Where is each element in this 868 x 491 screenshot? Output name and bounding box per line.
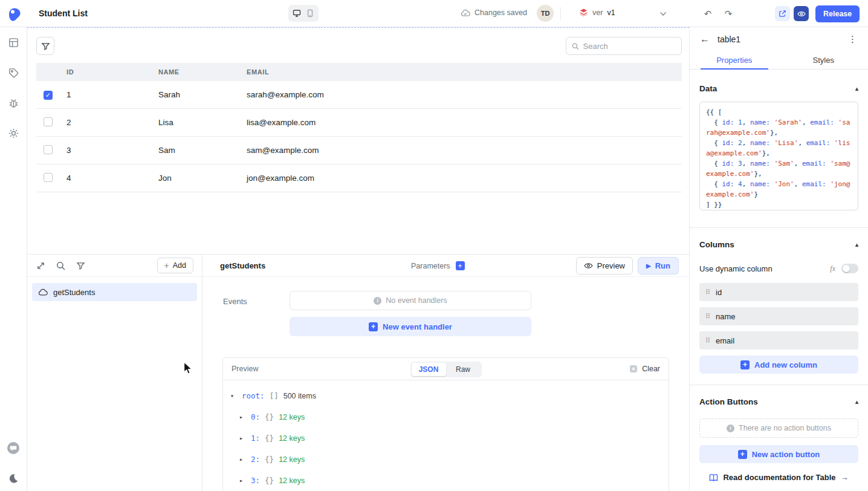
tab-raw[interactable]: Raw	[446, 363, 481, 376]
column-item-name: id	[716, 288, 722, 297]
table1-widget[interactable]: ID NAME EMAIL 1Sarahsarah@example.com2Li…	[36, 37, 682, 254]
plus-square-icon: +	[740, 360, 750, 369]
table-search-input[interactable]	[583, 42, 676, 51]
cell-email: sarah@example.com	[244, 90, 682, 99]
new-event-handler-button[interactable]: + New event handler	[290, 317, 531, 336]
dark-mode-moon-icon[interactable]	[7, 472, 20, 485]
version-selector[interactable]: ver v1	[579, 8, 615, 17]
add-new-column-button[interactable]: + Add new column	[699, 356, 858, 374]
app-preview-button[interactable]	[794, 6, 809, 21]
query-list-toolbar: + Add	[27, 255, 202, 277]
comments-icon[interactable]	[7, 441, 20, 455]
bug-icon[interactable]	[7, 96, 20, 109]
tab-json[interactable]: JSON	[412, 363, 446, 376]
desktop-view-button[interactable]	[291, 7, 303, 20]
read-documentation-link[interactable]: Read documentation for Table →	[699, 473, 858, 482]
filter-icon[interactable]	[76, 261, 86, 271]
expand-caret-icon[interactable]: ▸	[239, 414, 246, 420]
query-preview-button[interactable]: Preview	[576, 257, 633, 275]
data-code-editor[interactable]: {{ [ { id: 1, name: 'Sarah', email: 'sar…	[699, 102, 858, 210]
collapse-section-icon[interactable]: ▴	[855, 398, 858, 405]
column-item[interactable]: ⠿id	[699, 283, 858, 301]
cell-name: Sarah	[156, 90, 244, 99]
table-row[interactable]: 3Samsam@example.com	[36, 137, 682, 164]
query-list-pane: + Add getStudents	[27, 255, 202, 491]
share-button[interactable]	[775, 6, 790, 21]
json-tree-node[interactable]: ▸1:{}12 keys	[230, 428, 661, 449]
columns-section: Columns ▴ Use dynamic column fx ⠿id⠿name…	[690, 227, 868, 374]
json-tree-node[interactable]: ▸2:{}12 keys	[230, 449, 661, 470]
column-header-email[interactable]: EMAIL	[244, 68, 682, 76]
tag-icon[interactable]	[7, 66, 20, 79]
eye-icon	[584, 262, 593, 269]
cell-id: 2	[64, 118, 156, 127]
json-tree-children: ▸0:{}12 keys▸1:{}12 keys▸2:{}12 keys▸3:{…	[230, 406, 661, 491]
pages-icon[interactable]	[7, 36, 20, 49]
app-canvas: ID NAME EMAIL 1Sarahsarah@example.com2Li…	[27, 27, 689, 254]
column-item[interactable]: ⠿email	[699, 331, 858, 350]
collapse-section-icon[interactable]: ▴	[855, 85, 858, 92]
expand-panel-icon[interactable]	[36, 261, 46, 271]
drag-handle-icon[interactable]: ⠿	[705, 288, 710, 296]
expand-caret-icon[interactable]: ▸	[239, 435, 246, 441]
gear-icon[interactable]	[7, 126, 20, 140]
changes-saved-status: Changes saved	[461, 8, 527, 17]
chevron-down-icon[interactable]	[656, 7, 670, 21]
changes-saved-label: Changes saved	[474, 8, 527, 17]
row-checkbox[interactable]	[44, 91, 53, 100]
monitor-icon	[293, 9, 301, 18]
collapse-caret-icon[interactable]: ▾	[230, 392, 237, 399]
row-checkbox[interactable]	[44, 145, 53, 154]
column-header-name[interactable]: NAME	[156, 68, 244, 76]
new-action-button[interactable]: + New action button	[699, 445, 858, 463]
expand-caret-icon[interactable]: ▸	[239, 477, 246, 484]
table-search[interactable]	[566, 37, 682, 55]
dynamic-column-toggle[interactable]	[841, 264, 858, 273]
tooljet-logo-icon[interactable]	[5, 5, 24, 23]
table-row[interactable]: 2Lisalisa@example.com	[36, 109, 682, 137]
kebab-menu-icon[interactable]: ⋮	[848, 34, 858, 45]
table-row[interactable]: 4Jonjon@example.com	[36, 164, 682, 192]
release-button[interactable]: Release	[815, 5, 860, 22]
query-name[interactable]: getStudents	[220, 261, 265, 270]
expand-caret-icon[interactable]: ▸	[239, 456, 246, 463]
tab-styles[interactable]: Styles	[779, 51, 868, 69]
avatar[interactable]: TD	[537, 5, 554, 22]
cell-name: Jon	[156, 174, 244, 183]
mobile-view-button[interactable]	[304, 7, 316, 20]
redo-button[interactable]: ↷	[721, 6, 736, 22]
share-icon	[779, 10, 786, 18]
table-filter-button[interactable]	[36, 37, 54, 55]
inspector-tabs: Properties Styles	[690, 51, 868, 70]
json-tree-node[interactable]: ▸3:{}12 keys	[230, 470, 661, 491]
clear-preview-button[interactable]: Clear	[629, 365, 660, 373]
row-checkbox[interactable]	[44, 117, 53, 126]
device-view-toggle[interactable]	[288, 5, 319, 22]
collapse-section-icon[interactable]: ▴	[855, 241, 858, 248]
add-parameter-button[interactable]: +	[456, 261, 465, 270]
query-run-button[interactable]: ▶ Run	[638, 257, 679, 275]
search-icon[interactable]	[56, 261, 66, 271]
drag-handle-icon[interactable]: ⠿	[705, 337, 710, 345]
json-tree: ▾ root: [] 500 items ▸0:{}12 keys▸1:{}12…	[223, 380, 669, 491]
column-item[interactable]: ⠿name	[699, 307, 858, 325]
plus-square-icon: +	[369, 322, 378, 331]
row-checkbox[interactable]	[44, 173, 53, 182]
tab-properties[interactable]: Properties	[690, 51, 779, 69]
query-list-item[interactable]: getStudents	[32, 283, 197, 301]
json-tree-root[interactable]: ▾ root: [] 500 items	[230, 385, 661, 406]
app-window: Student List Changes saved TD ver v1 ↶ ↷	[0, 0, 868, 491]
table-row[interactable]: 1Sarahsarah@example.com	[36, 81, 682, 109]
app-title[interactable]: Student List	[39, 8, 88, 18]
drag-handle-icon[interactable]: ⠿	[705, 313, 710, 320]
undo-button[interactable]: ↶	[700, 6, 716, 22]
json-tree-node[interactable]: ▸0:{}12 keys	[230, 406, 661, 428]
column-header-id[interactable]: ID	[64, 68, 156, 76]
fx-icon[interactable]: fx	[830, 264, 835, 273]
add-query-button[interactable]: + Add	[157, 258, 193, 273]
back-arrow-icon[interactable]: ←	[700, 34, 710, 45]
top-bar: Student List Changes saved TD ver v1 ↶ ↷	[0, 0, 868, 27]
events-label: Events	[223, 297, 247, 306]
widget-name[interactable]: table1	[717, 34, 740, 44]
version-icon	[579, 8, 588, 17]
